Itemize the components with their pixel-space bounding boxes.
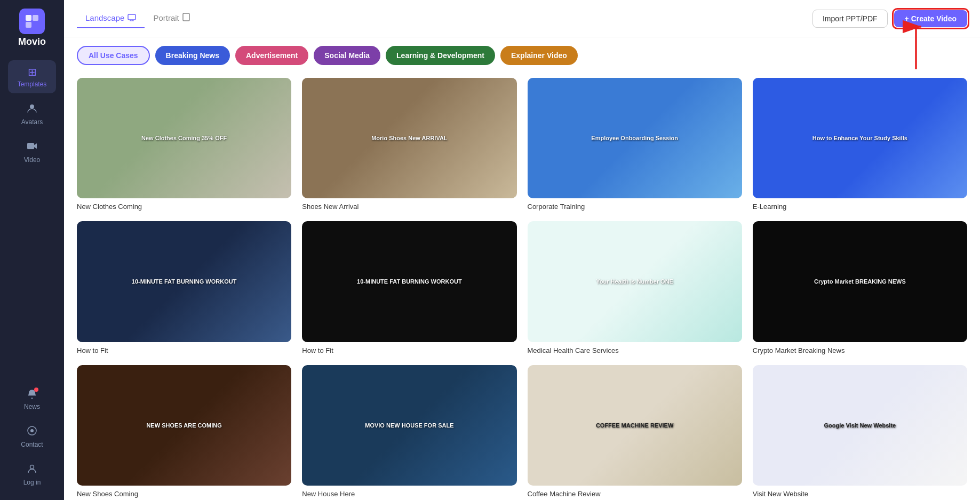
sidebar-item-login[interactable]: Log in <box>8 458 56 491</box>
contact-icon <box>27 425 37 439</box>
template-label-corporate-training: Corporate Training <box>528 203 742 211</box>
filter-advertisement[interactable]: Advertisement <box>235 46 308 65</box>
template-card-new-shoes[interactable]: NEW SHOES ARE COMINGNew Shoes Coming <box>77 365 291 498</box>
template-thumb-shoes-arrival: Morio Shoes New ARRIVAL <box>302 78 516 198</box>
tabs: Landscape Portrait <box>77 9 198 28</box>
template-thumb-text-elearning: How to Enhance Your Study Skills <box>808 131 912 146</box>
template-thumb-text-new-clothes: New Clothes Coming 35% OFF <box>137 131 231 146</box>
sidebar-nav: ⊞ Templates Avatars Video <box>0 60 64 169</box>
template-card-new-house[interactable]: MOVIO NEW HOUSE FOR SALENew House Here <box>302 365 516 498</box>
template-thumb-elearning: How to Enhance Your Study Skills <box>753 78 967 198</box>
template-thumb-medical: Your Health is Number ONE <box>528 221 742 342</box>
sidebar-item-news[interactable]: News <box>8 383 56 416</box>
logo-container: Movio <box>18 9 46 47</box>
filter-explainer[interactable]: Explainer Video <box>500 46 578 65</box>
template-thumb-text-howtofit1: 10-MINUTE FAT BURNING WORKOUT <box>128 274 241 289</box>
tab-landscape[interactable]: Landscape <box>77 9 145 28</box>
sidebar-item-news-label: News <box>24 403 40 410</box>
template-label-medical: Medical Health Care Services <box>528 346 742 354</box>
template-thumb-howtofit2: 10-MINUTE FAT BURNING WORKOUT <box>302 221 516 342</box>
template-thumb-new-house: MOVIO NEW HOUSE FOR SALE <box>302 365 516 486</box>
sidebar-item-templates[interactable]: ⊞ Templates <box>8 60 56 93</box>
template-thumb-coffee: COFFEE MACHINE REVIEW <box>528 365 742 486</box>
filter-bar: All Use Cases Breaking News Advertisemen… <box>64 37 980 74</box>
sidebar-item-avatars[interactable]: Avatars <box>8 98 56 131</box>
template-thumb-text-new-shoes: NEW SHOES ARE COMING <box>142 418 226 433</box>
sidebar-item-templates-label: Templates <box>18 80 47 88</box>
template-label-new-shoes: New Shoes Coming <box>77 490 291 498</box>
template-thumb-text-shoes-arrival: Morio Shoes New ARRIVAL <box>367 131 451 146</box>
template-thumb-text-new-house: MOVIO NEW HOUSE FOR SALE <box>361 418 458 433</box>
svg-rect-9 <box>183 13 189 21</box>
filter-all[interactable]: All Use Cases <box>77 46 150 65</box>
template-grid-container: New Clothes Coming 35% OFFNew Clothes Co… <box>64 74 980 500</box>
template-thumb-text-coffee: COFFEE MACHINE REVIEW <box>592 418 678 433</box>
create-video-button[interactable]: + Create Video <box>894 10 967 27</box>
template-card-shoes-arrival[interactable]: Morio Shoes New ARRIVALShoes New Arrival <box>302 78 516 211</box>
template-card-google[interactable]: Google Visit New WebsiteVisit New Websit… <box>753 365 967 498</box>
template-thumb-text-crypto: Crypto Market BREAKING NEWS <box>810 274 910 289</box>
svg-point-3 <box>30 104 34 109</box>
landscape-icon <box>128 13 136 23</box>
video-icon <box>27 141 37 154</box>
sidebar-item-contact[interactable]: Contact <box>8 420 56 454</box>
import-button[interactable]: Import PPT/PDF <box>812 10 888 28</box>
svg-rect-8 <box>128 14 136 20</box>
template-label-elearning: E-Learning <box>753 203 967 211</box>
template-card-medical[interactable]: Your Health is Number ONEMedical Health … <box>528 221 742 354</box>
template-thumb-text-howtofit2: 10-MINUTE FAT BURNING WORKOUT <box>353 274 466 289</box>
template-thumb-text-google: Google Visit New Website <box>820 418 901 433</box>
topbar-actions: Import PPT/PDF + Create Video <box>812 10 967 28</box>
template-thumb-corporate-training: Employee Onboarding Session <box>528 78 742 198</box>
create-button-wrapper: + Create Video <box>894 10 967 27</box>
logo-text: Movio <box>18 36 46 47</box>
portrait-label: Portrait <box>153 13 179 22</box>
template-grid: New Clothes Coming 35% OFFNew Clothes Co… <box>77 78 967 500</box>
avatars-icon <box>27 103 37 116</box>
topbar: Landscape Portrait Import PPT/PDF <box>64 0 980 37</box>
filter-social-media[interactable]: Social Media <box>314 46 380 65</box>
news-badge-dot <box>34 388 38 392</box>
sidebar-item-login-label: Log in <box>23 479 41 486</box>
filter-breaking-news[interactable]: Breaking News <box>155 46 230 65</box>
template-card-howtofit1[interactable]: 10-MINUTE FAT BURNING WORKOUTHow to Fit <box>77 221 291 354</box>
tab-portrait[interactable]: Portrait <box>145 9 198 28</box>
main-content: Landscape Portrait Import PPT/PDF <box>64 0 980 500</box>
template-card-new-clothes[interactable]: New Clothes Coming 35% OFFNew Clothes Co… <box>77 78 291 211</box>
template-card-howtofit2[interactable]: 10-MINUTE FAT BURNING WORKOUTHow to Fit <box>302 221 516 354</box>
svg-rect-2 <box>26 22 31 28</box>
template-thumb-howtofit1: 10-MINUTE FAT BURNING WORKOUT <box>77 221 291 342</box>
template-card-corporate-training[interactable]: Employee Onboarding SessionCorporate Tra… <box>528 78 742 211</box>
template-thumb-text-corporate-training: Employee Onboarding Session <box>587 131 682 146</box>
svg-point-6 <box>30 429 34 432</box>
svg-point-7 <box>30 465 34 469</box>
template-thumb-new-shoes: NEW SHOES ARE COMING <box>77 365 291 486</box>
sidebar-item-video[interactable]: Video <box>8 135 56 169</box>
sidebar-bottom: News Contact Log in <box>0 383 64 491</box>
template-card-elearning[interactable]: How to Enhance Your Study SkillsE-Learni… <box>753 78 967 211</box>
logo-icon <box>19 9 45 34</box>
portrait-icon <box>182 13 190 23</box>
template-thumb-text-medical: Your Health is Number ONE <box>592 274 678 289</box>
sidebar-item-video-label: Video <box>24 156 40 164</box>
sidebar: Movio ⊞ Templates Avatars Video <box>0 0 64 500</box>
template-label-howtofit2: How to Fit <box>302 346 516 354</box>
svg-rect-0 <box>26 15 31 21</box>
template-thumb-new-clothes: New Clothes Coming 35% OFF <box>77 78 291 198</box>
template-label-new-clothes: New Clothes Coming <box>77 203 291 211</box>
filter-learning[interactable]: Learning & Development <box>386 46 495 65</box>
template-label-new-house: New House Here <box>302 490 516 498</box>
templates-icon: ⊞ <box>28 66 37 78</box>
landscape-label: Landscape <box>85 13 124 22</box>
template-card-coffee[interactable]: COFFEE MACHINE REVIEWCoffee Machine Revi… <box>528 365 742 498</box>
template-label-howtofit1: How to Fit <box>77 346 291 354</box>
svg-rect-4 <box>27 143 34 149</box>
news-badge <box>27 389 37 401</box>
template-thumb-crypto: Crypto Market BREAKING NEWS <box>753 221 967 342</box>
template-label-google: Visit New Website <box>753 490 967 498</box>
template-label-crypto: Crypto Market Breaking News <box>753 346 967 354</box>
template-thumb-google: Google Visit New Website <box>753 365 967 486</box>
template-label-coffee: Coffee Machine Review <box>528 490 742 498</box>
template-card-crypto[interactable]: Crypto Market BREAKING NEWSCrypto Market… <box>753 221 967 354</box>
sidebar-item-contact-label: Contact <box>21 441 43 448</box>
